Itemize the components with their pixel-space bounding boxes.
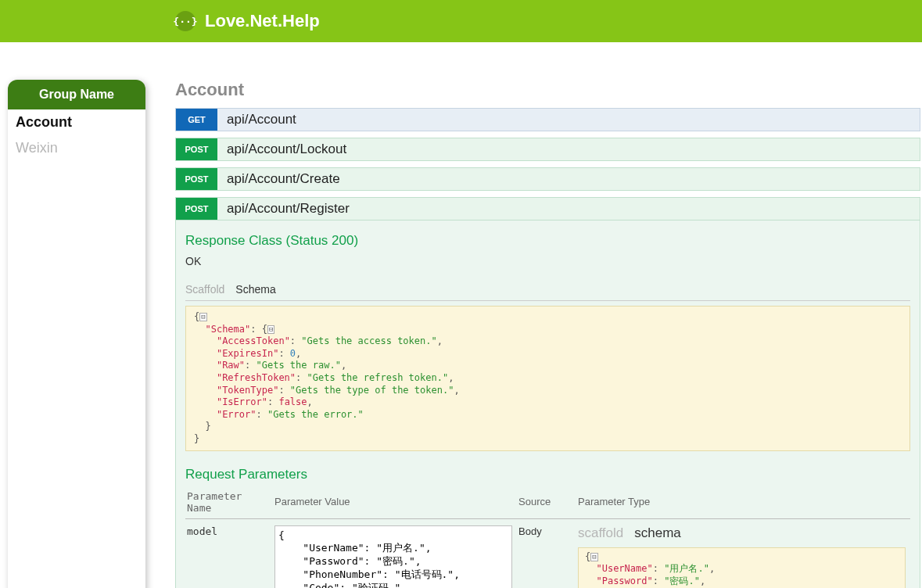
param-value-input[interactable]: [274, 525, 512, 588]
response-status-text: OK: [185, 255, 910, 267]
param-type-tabs: scaffold schema: [578, 525, 906, 541]
endpoint-row[interactable]: POST api/Account/Create: [175, 167, 920, 191]
table-row: model Body scaffold schema {⊟ "UserName"…: [185, 518, 910, 588]
tab-schema[interactable]: schema: [634, 525, 681, 541]
collapse-icon[interactable]: ⊟: [590, 553, 597, 561]
col-header-type: Parameter Type: [576, 487, 910, 519]
param-source: Body: [517, 518, 576, 588]
request-params-title: Request Parameters: [185, 467, 910, 482]
endpoint-row[interactable]: GET api/Account: [175, 108, 920, 131]
tab-scaffold[interactable]: scaffold: [578, 525, 623, 541]
endpoint-path: api/Account: [217, 112, 296, 127]
response-tabs: Scaffold Schema: [185, 280, 910, 301]
method-badge: POST: [176, 138, 217, 160]
sidebar-item-label: Weixin: [16, 140, 58, 156]
section-title: Account: [175, 80, 920, 100]
schema-root-key: "Schema": [205, 324, 250, 335]
method-badge: POST: [176, 168, 217, 190]
tab-scaffold[interactable]: Scaffold: [185, 280, 231, 300]
main-content: Account GET api/Account POST api/Account…: [145, 58, 922, 588]
param-type-schema-box[interactable]: {⊟ "UserName": "用户名.", "Password": "密码."…: [578, 547, 906, 588]
request-params-table: Parameter Name Parameter Value Source Pa…: [185, 487, 910, 588]
method-badge: GET: [176, 109, 217, 131]
tab-schema[interactable]: Schema: [235, 280, 282, 300]
col-header-value: Parameter Value: [273, 487, 517, 519]
endpoint-row[interactable]: POST api/Account/Register: [175, 197, 920, 220]
param-name: model: [185, 518, 273, 588]
collapse-icon[interactable]: ⊟: [267, 325, 274, 334]
col-header-source: Source: [517, 487, 576, 519]
app-logo-icon: {··}: [175, 11, 196, 31]
app-title: Love.Net.Help: [205, 11, 320, 31]
col-header-name: Parameter Name: [185, 487, 273, 519]
collapse-icon[interactable]: ⊟: [199, 313, 206, 321]
sidebar: Group Name Account Weixin: [8, 80, 145, 588]
response-class-title: Response Class (Status 200): [185, 233, 910, 249]
response-schema-box[interactable]: {⊟ "Schema": {⊟ "AccessToken": "Gets the…: [185, 306, 910, 451]
endpoint-row[interactable]: POST api/Account/Lockout: [175, 138, 920, 161]
app-logo-glyph: {··}: [173, 16, 197, 27]
endpoint-path: api/Account/Create: [217, 171, 340, 187]
method-badge: POST: [176, 198, 217, 220]
sidebar-header: Group Name: [8, 80, 145, 109]
app-header: {··} Love.Net.Help: [0, 0, 922, 42]
endpoint-detail-panel: Response Class (Status 200) OK Scaffold …: [175, 220, 920, 588]
endpoint-path: api/Account/Register: [217, 201, 350, 217]
sidebar-item-weixin[interactable]: Weixin: [8, 135, 145, 161]
sidebar-item-label: Account: [16, 114, 72, 130]
sidebar-item-account[interactable]: Account: [8, 109, 145, 135]
endpoint-path: api/Account/Lockout: [217, 142, 346, 157]
